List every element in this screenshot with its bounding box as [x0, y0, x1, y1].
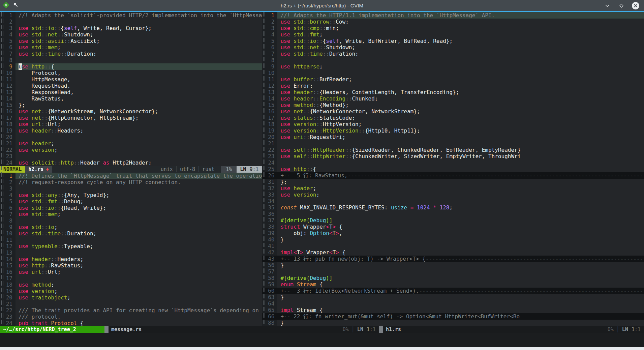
code-token: url [32, 121, 41, 127]
code-token: :: [313, 76, 319, 83]
code-token: } [280, 294, 284, 300]
code-line: 17use status::StatusCode; [262, 115, 644, 121]
ln-label: LN [622, 326, 628, 333]
line-number: 2 [262, 19, 277, 25]
code-token: {ChunkedWriter, SizedWriter, EmptyWriter… [352, 153, 521, 159]
code-token: net [32, 115, 41, 121]
line-number: 42 [262, 249, 277, 256]
line-number: 3 [0, 25, 16, 31]
cursor-position-segment: LN9:1 [237, 166, 262, 173]
line-number: 34 [262, 198, 277, 204]
code-token: method [32, 282, 51, 288]
code-token: :: [41, 224, 48, 230]
code-text: pub trait Protocol { [16, 320, 262, 326]
code-line: 21use header; [0, 140, 262, 147]
code-token: use [280, 76, 294, 83]
mode-indicator: NORMAL [0, 166, 25, 173]
separator-bar: │ [349, 326, 357, 333]
editor-pane-h1[interactable]: 1//! Adapts the HTTP/1.1 implementation … [262, 12, 644, 326]
editor-pane-message[interactable]: 1//! Defines the `HttpMessage` trait tha… [0, 173, 262, 326]
line-number: 5 [0, 38, 16, 44]
code-token: std [294, 19, 303, 25]
close-button[interactable] [631, 1, 640, 10]
code-line: 4use std::any::{Any, TypeId}; [0, 192, 262, 198]
vim-logo-icon: V [2, 1, 10, 10]
code-token: Headers; [58, 256, 84, 262]
cursor-col: :1 [370, 326, 379, 333]
code-token: :: [303, 51, 310, 57]
code-text [16, 250, 262, 256]
code-token: use [19, 288, 32, 294]
minimize-button[interactable] [603, 1, 612, 10]
line-number: 36 [262, 211, 277, 217]
code-token: :: [58, 192, 64, 198]
code-token: header [32, 256, 51, 262]
code-line: 41 [262, 243, 644, 249]
code-line: 1//! Defines the `HttpMessage` trait tha… [0, 173, 262, 179]
code-line: 9use std::io; [0, 224, 262, 230]
line-number: 43 [262, 256, 277, 262]
code-token: use [19, 44, 32, 51]
code-line: 11use buffer::BufReader; [262, 76, 644, 83]
code-token: se [22, 63, 32, 70]
code-token: Protocol [51, 320, 77, 326]
code-text: use std::mem; [16, 211, 262, 217]
code-token: Debug; [64, 198, 84, 205]
code-line: 12use Error; [262, 83, 644, 89]
code-token: typeable [32, 243, 58, 250]
code-line: 33use version; [262, 192, 644, 198]
line-number: 63 [262, 294, 277, 300]
code-line: 19use version::HttpVersion::{Http10, Htt… [262, 127, 644, 134]
code-token: +-- 13 行: pub fn new(obj: T) -> Wrapper<… [280, 256, 425, 262]
code-token: obj: [280, 230, 310, 236]
code-token: use [19, 121, 32, 127]
line-number: 18 [0, 282, 16, 288]
code-token: io [48, 224, 54, 230]
code-token: use [19, 205, 32, 211]
code-line: 8 [0, 217, 262, 224]
code-line: 12 RequestHead, [0, 83, 262, 89]
code-text: enum Stream { [277, 281, 644, 288]
code-token: usize [391, 204, 407, 211]
code-text: use method::{Method}; [277, 102, 644, 108]
line-number: 17 [0, 115, 16, 121]
code-token: #[derive( [280, 275, 310, 281]
code-token: url [32, 269, 41, 275]
code-text [277, 198, 644, 204]
code-line: 1//! Adapts the HTTP/1.1 implementation … [262, 12, 644, 19]
fold-dashes: ----------------------------------------… [348, 172, 644, 179]
code-token: ; [319, 63, 323, 70]
statusline-nerdtree: ~/…/src/http/NERD_tree_2 [0, 326, 104, 333]
code-text: use url::Url; [16, 121, 262, 127]
separator-block[interactable] [104, 326, 109, 333]
maximize-button[interactable] [617, 1, 626, 10]
code-line: 64 [262, 300, 644, 307]
code-text: } [277, 236, 644, 243]
code-token: :: [41, 192, 48, 198]
code-token: :: [41, 211, 48, 217]
code-token: //! Adapts the HTTP/1.1 implementation i… [280, 12, 495, 19]
code-text: RequestHead, [16, 83, 262, 89]
code-text: Protocol, [16, 70, 262, 76]
code-token: min; [326, 25, 339, 31]
line-number: 18 [0, 121, 16, 127]
line-number: 23 [0, 314, 16, 320]
code-token: pub trait [19, 320, 51, 326]
code-text [16, 185, 262, 192]
line-number: 8 [0, 217, 16, 224]
editor-pane-h2[interactable]: 1//! Adapts the `solicit`-provided HTTP/… [0, 12, 262, 166]
line-number: 12 [0, 83, 16, 89]
code-token: net [310, 44, 319, 51]
code-token: 1024 [417, 204, 430, 211]
code-text [16, 19, 262, 25]
code-token: :: [41, 25, 48, 31]
code-line: 15}; [0, 102, 262, 108]
statusline-gap [216, 166, 221, 173]
separator-block[interactable] [379, 326, 383, 333]
filename: message.rs [109, 326, 142, 333]
command-line[interactable] [0, 333, 644, 347]
code-token: use [19, 140, 32, 147]
code-token: mem [48, 44, 58, 51]
code-token: Url; [48, 269, 61, 275]
pin-icon[interactable] [13, 2, 18, 9]
